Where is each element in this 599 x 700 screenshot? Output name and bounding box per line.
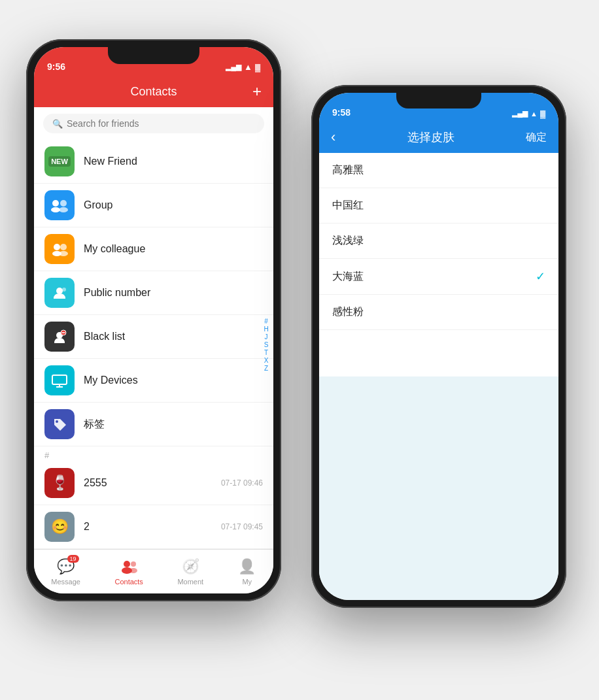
skin-item-pink[interactable]: 感性粉 xyxy=(319,295,558,330)
contact-2555-avatar: 🍷 xyxy=(44,468,75,498)
contact-list: NEW New Friend Group xyxy=(34,140,273,549)
black-list-label: Black list xyxy=(84,331,125,342)
list-item-group[interactable]: Group xyxy=(34,184,273,227)
list-item-2555[interactable]: 🍷 2555 07-17 09:46 xyxy=(34,461,273,505)
contacts-tab-icon xyxy=(120,558,138,576)
confirm-button[interactable]: 确定 xyxy=(526,131,547,144)
phone1-time: 9:56 xyxy=(47,61,65,72)
public-number-label: Public number xyxy=(84,287,150,299)
svg-point-18 xyxy=(124,561,130,567)
tab-message[interactable]: 💬 19 Message xyxy=(51,558,80,586)
tab-my[interactable]: 👤 My xyxy=(238,558,256,586)
my-tab-icon: 👤 xyxy=(238,558,256,576)
list-item-my-colleague[interactable]: My colleague xyxy=(34,227,273,271)
svg-point-9 xyxy=(62,288,66,292)
message-badge: 19 xyxy=(67,555,79,563)
index-hash[interactable]: # xyxy=(262,318,271,325)
skin-item-green[interactable]: 浅浅绿 xyxy=(319,224,558,259)
list-item-my-devices[interactable]: My Devices xyxy=(34,359,273,403)
svg-rect-13 xyxy=(52,375,67,384)
contact-2-name: 2 xyxy=(84,521,90,533)
phone1-header: Contacts + xyxy=(34,76,273,107)
my-devices-label: My Devices xyxy=(84,375,138,386)
section-header-hash: # xyxy=(34,446,273,461)
contact-2-time: 07-17 09:45 xyxy=(221,522,263,531)
phone1-notch xyxy=(108,47,199,64)
svg-point-2 xyxy=(51,207,60,212)
group-label: Group xyxy=(84,199,112,211)
skin-blue-label: 大海蓝 xyxy=(332,270,364,284)
tab-contacts-label: Contacts xyxy=(114,578,143,586)
tabbar: 💬 19 Message Contacts xyxy=(34,549,273,593)
index-z[interactable]: Z xyxy=(262,365,271,372)
skin-black-label: 高雅黑 xyxy=(332,163,364,177)
svg-point-20 xyxy=(131,561,136,567)
phone2-wifi-icon: ▲ xyxy=(530,110,538,118)
tab-my-label: My xyxy=(242,578,252,586)
phone2-header: ‹ 选择皮肤 确定 xyxy=(319,122,558,153)
phone1-header-title: Contacts xyxy=(130,85,177,99)
list-item-tag[interactable]: 标签 xyxy=(34,403,273,446)
add-contact-button[interactable]: + xyxy=(252,82,262,101)
phone2-time: 9:58 xyxy=(332,107,351,118)
new-friend-avatar: NEW xyxy=(44,146,75,176)
tag-label: 标签 xyxy=(84,418,105,431)
tag-avatar xyxy=(44,409,75,439)
skin-blue-check: ✓ xyxy=(536,269,545,284)
skin-pink-label: 感性粉 xyxy=(332,305,364,319)
contact-2555-time: 07-17 09:46 xyxy=(221,478,263,488)
phone2-header-title: 选择皮肤 xyxy=(407,129,454,145)
list-item-black-list[interactable]: Black list xyxy=(34,315,273,359)
tab-moment-label: Moment xyxy=(177,578,203,586)
skin-item-blue[interactable]: 大海蓝 ✓ xyxy=(319,259,558,295)
svg-point-21 xyxy=(129,568,137,573)
phone2-signal-icon: ▂▄▆ xyxy=(512,109,528,118)
phone1-screen: 9:56 ▂▄▆ ▲ ▓ Contacts + 🔍 xyxy=(34,47,273,593)
my-colleague-label: My colleague xyxy=(84,243,145,255)
tab-contacts[interactable]: Contacts xyxy=(114,558,143,586)
phone2-screen: 9:58 ▂▄▆ ▲ ▓ ‹ 选择皮肤 确定 高雅黑 中国红 xyxy=(319,93,558,600)
group-avatar xyxy=(44,190,75,220)
svg-point-7 xyxy=(59,251,68,256)
signal-icon: ▂▄▆ xyxy=(226,63,241,71)
index-s[interactable]: S xyxy=(262,341,271,348)
index-h[interactable]: H xyxy=(262,325,271,333)
back-button[interactable]: ‹ xyxy=(331,129,335,146)
phone1-wrapper: 9:56 ▂▄▆ ▲ ▓ Contacts + 🔍 xyxy=(26,39,301,627)
index-x[interactable]: X xyxy=(262,357,271,364)
tab-message-label: Message xyxy=(51,578,80,586)
phone2-wrapper: 9:58 ▂▄▆ ▲ ▓ ‹ 选择皮肤 确定 高雅黑 中国红 xyxy=(311,85,586,621)
phone2-battery-icon: ▓ xyxy=(540,110,545,118)
index-bar: # H J S T X Z xyxy=(262,318,271,372)
list-item-public-number[interactable]: Public number xyxy=(34,271,273,315)
search-input[interactable] xyxy=(67,118,255,129)
phone2-notch xyxy=(396,93,481,108)
contact-2555-name: 2555 xyxy=(84,477,107,489)
battery-icon: ▓ xyxy=(255,63,260,71)
skin-item-black[interactable]: 高雅黑 xyxy=(319,153,558,188)
svg-point-5 xyxy=(60,244,67,250)
index-t[interactable]: T xyxy=(262,349,271,356)
public-number-avatar xyxy=(44,278,75,308)
new-friend-label: New Friend xyxy=(84,156,137,167)
search-bar: 🔍 xyxy=(43,114,264,133)
black-list-avatar xyxy=(44,322,75,352)
skin-red-label: 中国红 xyxy=(332,199,364,212)
svg-point-17 xyxy=(56,420,58,423)
skin-list: 高雅黑 中国红 浅浅绿 大海蓝 ✓ 感性粉 xyxy=(319,153,558,376)
svg-point-1 xyxy=(60,200,67,207)
svg-point-0 xyxy=(52,200,59,207)
tab-moment[interactable]: 🧭 Moment xyxy=(177,558,203,586)
index-j[interactable]: J xyxy=(262,333,271,341)
wifi-icon: ▲ xyxy=(244,62,252,72)
moment-tab-icon: 🧭 xyxy=(181,558,199,576)
list-item-new-friend[interactable]: NEW New Friend xyxy=(34,140,273,184)
svg-point-8 xyxy=(56,288,63,294)
message-tab-icon: 💬 19 xyxy=(57,558,75,576)
list-item-2[interactable]: 😊 2 07-17 09:45 xyxy=(34,505,273,549)
svg-rect-14 xyxy=(52,375,67,384)
contact-2-avatar: 😊 xyxy=(44,512,75,542)
skin-green-label: 浅浅绿 xyxy=(332,234,364,248)
skin-item-red[interactable]: 中国红 xyxy=(319,188,558,224)
phone2-status-icons: ▂▄▆ ▲ ▓ xyxy=(512,109,545,118)
